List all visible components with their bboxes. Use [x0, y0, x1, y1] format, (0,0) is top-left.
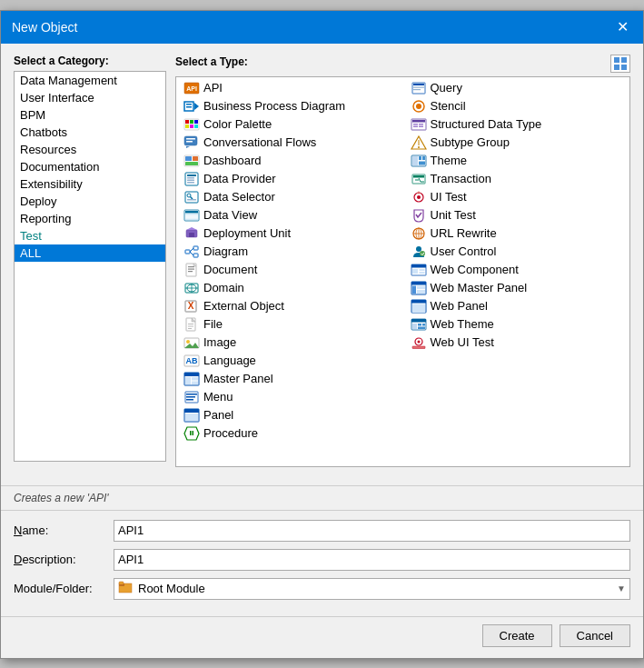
module-select[interactable]: Root Module ▼: [114, 578, 630, 600]
svg-rect-125: [417, 285, 425, 289]
status-bar: Creates a new 'API': [1, 485, 643, 510]
button-row: Create Cancel: [1, 616, 643, 658]
type-item-bpd[interactable]: Business Process Diagram: [176, 97, 403, 115]
svg-rect-134: [422, 324, 425, 326]
svg-rect-74: [186, 394, 197, 395]
type-label-deployment-unit: Deployment Unit: [203, 226, 291, 240]
type-item-url-rewrite[interactable]: URL Rewrite: [403, 224, 630, 243]
type-item-web-theme[interactable]: Web Theme: [403, 315, 630, 334]
svg-rect-138: [412, 346, 425, 349]
type-icon-api: API: [183, 81, 200, 95]
type-item-panel[interactable]: Panel: [176, 406, 403, 424]
svg-rect-123: [411, 282, 426, 285]
category-item-documentation[interactable]: Documentation: [15, 158, 165, 175]
close-button[interactable]: ✕: [613, 18, 632, 36]
form-section: Name: Description: Module/Folder:: [1, 510, 643, 616]
name-input[interactable]: [114, 520, 630, 542]
category-list[interactable]: Data ManagementUser InterfaceBPMChatbots…: [14, 71, 166, 462]
type-label-data-selector: Data Selector: [203, 190, 275, 204]
type-item-user-control[interactable]: User Control: [403, 243, 630, 261]
description-input[interactable]: [114, 549, 630, 571]
type-item-web-ui-test[interactable]: Web UI Test: [403, 334, 630, 352]
type-icon-language: AB: [183, 354, 200, 368]
create-button[interactable]: Create: [482, 624, 552, 647]
type-icon-external-object: X: [183, 299, 200, 314]
dialog-title: New Object: [12, 20, 77, 35]
category-item-bpm[interactable]: BPM: [15, 106, 165, 124]
type-item-language[interactable]: ABLanguage: [176, 352, 403, 370]
category-item-extensibility[interactable]: Extensibility: [15, 175, 165, 193]
category-item-user-interface[interactable]: User Interface: [15, 89, 165, 106]
type-item-dashboard[interactable]: Dashboard: [176, 152, 403, 170]
type-item-domain[interactable]: Domain: [176, 279, 403, 297]
svg-rect-121: [419, 272, 424, 274]
type-item-data-provider[interactable]: Data Provider: [176, 170, 403, 188]
panels-row: Select a Category: Data ManagementUser I…: [14, 55, 630, 467]
type-item-image[interactable]: Image: [176, 334, 403, 352]
type-item-unit-test[interactable]: Unit Test: [403, 206, 630, 224]
type-item-query[interactable]: Query: [403, 79, 630, 97]
svg-rect-94: [419, 125, 423, 127]
type-item-theme[interactable]: Theme: [403, 152, 630, 170]
type-label-stencil: Stencil: [431, 99, 466, 113]
type-list[interactable]: APIAPIBusiness Process DiagramColor Pale…: [175, 76, 630, 467]
type-label-query: Query: [431, 81, 462, 95]
svg-point-115: [416, 246, 421, 252]
svg-rect-72: [192, 381, 198, 384]
category-item-all[interactable]: ALL: [15, 244, 165, 262]
type-label-file: File: [203, 317, 223, 331]
svg-text:AB: AB: [186, 356, 198, 365]
type-label-url-rewrite: URL Rewrite: [431, 226, 497, 240]
svg-rect-16: [194, 125, 198, 128]
description-underline: D: [14, 553, 22, 566]
type-item-transaction[interactable]: Transaction: [403, 170, 630, 188]
type-item-color-palette[interactable]: Color Palette: [176, 115, 403, 134]
category-item-resources[interactable]: Resources: [15, 141, 165, 158]
type-item-master-panel[interactable]: Master Panel: [176, 370, 403, 388]
type-item-external-object[interactable]: XExternal Object: [176, 297, 403, 315]
type-item-menu[interactable]: Menu: [176, 388, 403, 406]
type-item-file[interactable]: File: [176, 315, 403, 334]
cancel-button[interactable]: Cancel: [560, 624, 630, 647]
category-item-data-management[interactable]: Data Management: [15, 72, 165, 89]
type-item-structured-data-type[interactable]: Structured Data Type: [403, 115, 630, 134]
type-label-unit-test: Unit Test: [431, 208, 476, 222]
type-item-data-selector[interactable]: Data Selector: [176, 188, 403, 206]
type-item-web-panel[interactable]: Web Panel: [403, 297, 630, 315]
category-item-test[interactable]: Test: [15, 227, 165, 244]
svg-rect-29: [187, 182, 194, 184]
grid-view-button[interactable]: [610, 55, 630, 73]
svg-rect-81: [190, 431, 192, 435]
category-item-reporting[interactable]: Reporting: [15, 210, 165, 227]
svg-rect-141: [119, 582, 124, 584]
type-icon-structured-data-type: [411, 117, 427, 132]
svg-rect-86: [413, 89, 421, 90]
svg-rect-13: [194, 120, 198, 124]
type-item-conv-flows[interactable]: Conversational Flows: [176, 134, 403, 152]
type-item-data-view[interactable]: Data View: [176, 206, 403, 224]
svg-rect-126: [417, 290, 425, 294]
type-item-api[interactable]: APIAPI: [176, 79, 403, 97]
category-item-deploy[interactable]: Deploy: [15, 193, 165, 210]
type-item-subtype-group[interactable]: Subtype Group: [403, 134, 630, 152]
svg-rect-9: [186, 106, 192, 108]
svg-point-88: [416, 104, 421, 109]
type-item-web-master-panel[interactable]: Web Master Panel: [403, 279, 630, 297]
type-item-ui-test[interactable]: UI Test: [403, 188, 630, 206]
type-item-procedure[interactable]: Procedure: [176, 424, 403, 443]
type-icon-panel: [183, 408, 200, 423]
type-label-bpd: Business Process Diagram: [203, 99, 345, 113]
svg-point-109: [417, 195, 421, 199]
svg-rect-70: [185, 377, 191, 384]
module-label: Module/Folder:: [14, 582, 114, 595]
svg-line-46: [190, 252, 193, 255]
name-row: Name:: [14, 520, 630, 542]
type-item-stencil[interactable]: Stencil: [403, 97, 630, 115]
status-text: Creates a new 'API': [14, 492, 109, 504]
type-item-deployment-unit[interactable]: Deployment Unit: [176, 224, 403, 243]
category-item-chatbots[interactable]: Chatbots: [15, 124, 165, 141]
type-item-diagram[interactable]: Diagram: [176, 243, 403, 261]
grid-icon: [614, 57, 627, 70]
type-item-document[interactable]: Document: [176, 261, 403, 279]
type-item-web-component[interactable]: Web Component: [403, 261, 630, 279]
